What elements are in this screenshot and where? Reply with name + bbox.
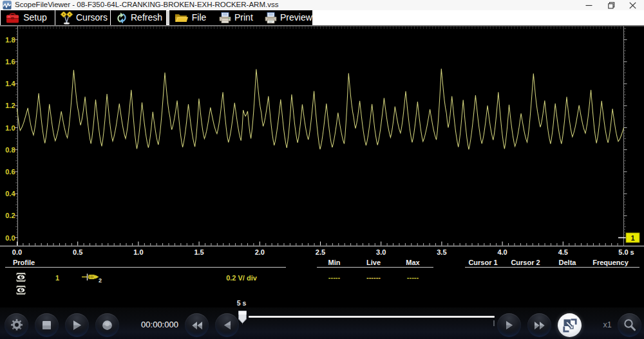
playback-bar: 00:00:000 5 s	[0, 307, 644, 339]
minimize-icon	[585, 2, 592, 9]
restore-icon	[608, 2, 615, 9]
close-icon	[629, 2, 636, 9]
y-axes-ticks	[15, 26, 627, 246]
channel-scale: 0.2 V/ div	[213, 274, 270, 282]
y-axis-label: 1.4	[5, 80, 15, 87]
y-axis-label: 1.6	[5, 58, 15, 66]
file-label: File	[189, 12, 214, 23]
channel1-visibility-toggle[interactable]	[15, 272, 26, 282]
file-button[interactable]: File	[169, 10, 214, 25]
channel-number: 1	[55, 274, 59, 282]
y-axis-label: 0.4	[5, 190, 15, 197]
skip-start-icon	[191, 321, 203, 330]
skip-end-icon	[534, 321, 545, 330]
toolbox-icon	[5, 12, 20, 24]
title-bar: ScopeFileViewer - 08-F350-64L-CRANKING-B…	[0, 0, 644, 10]
profile-header: Profile	[13, 259, 35, 266]
fit-to-screen-icon	[562, 317, 578, 334]
zoom-button[interactable]	[618, 313, 641, 337]
cursors-label: Cursors	[73, 12, 115, 23]
channel-badge-label: 1	[630, 234, 634, 242]
stats-header-max: Max	[387, 259, 439, 266]
y-axis-label: 1.2	[5, 102, 15, 109]
y-axis-label: 1.8	[5, 36, 15, 44]
skip-end-button[interactable]	[527, 313, 551, 337]
top-ruler	[0, 26, 644, 30]
y-axis-label: 0.2	[5, 212, 15, 219]
waveform-trace	[17, 69, 624, 150]
stop-button[interactable]	[35, 313, 59, 337]
step-forward-icon	[505, 320, 514, 330]
record-icon	[102, 320, 113, 331]
channel-max-value: -----	[387, 273, 439, 281]
x-axis-label: 2.0	[255, 248, 265, 256]
play-button[interactable]	[65, 313, 89, 337]
restore-button[interactable]	[602, 0, 620, 10]
window-title: ScopeFileViewer - 08-F350-64L-CRANKING-B…	[15, 1, 278, 8]
x-axis-label: 0.5	[73, 248, 82, 256]
skip-start-button[interactable]	[185, 313, 209, 337]
print-preview-icon	[264, 12, 278, 24]
cursor-header-3: Frequency	[582, 259, 639, 266]
play-icon	[71, 320, 82, 331]
eye-icon	[15, 272, 26, 282]
x-axis-label: 4.0	[497, 248, 507, 256]
refresh-label: Refresh	[128, 12, 169, 23]
timeline-slider-thumb[interactable]	[238, 311, 247, 324]
printer-icon	[218, 12, 232, 24]
probe-icon: 2	[81, 272, 103, 284]
print-label: Print	[232, 12, 260, 23]
record-button[interactable]	[95, 313, 119, 337]
x-axis-label: 3.0	[376, 248, 386, 256]
settings-button[interactable]	[5, 313, 28, 337]
y-axis-label: 0.8	[5, 146, 15, 154]
y-axis-label: 0.0	[5, 234, 15, 242]
slider-time-label: 5 s	[222, 299, 261, 307]
bottom-ruler	[0, 242, 644, 246]
x-axis-label: 5.0 s	[618, 248, 634, 256]
waveform-plot: 0.00.51.01.52.02.53.03.54.04.55.0 s0.00.…	[0, 26, 644, 256]
stats-underline	[317, 267, 433, 268]
folder-icon	[174, 12, 189, 24]
time-display: 00:00:000	[132, 320, 187, 329]
print-button[interactable]: Print	[214, 10, 260, 25]
toolbar: Setup Cursors Refresh File	[0, 10, 644, 26]
gear-icon	[9, 318, 24, 333]
slider-end-tick	[493, 320, 495, 326]
preview-button[interactable]: Preview	[260, 10, 312, 25]
step-back-icon	[223, 320, 232, 330]
refresh-button[interactable]: Refresh	[111, 10, 166, 25]
fit-to-screen-button[interactable]	[558, 313, 582, 337]
profile-underline	[5, 267, 286, 268]
magnifier-icon	[623, 318, 637, 333]
cursor-underline	[465, 267, 639, 268]
x-axis-label: 4.5	[558, 248, 568, 256]
waveform-chart: 0.00.51.01.52.02.53.03.54.04.55.0 s0.00.…	[0, 26, 644, 256]
channel2-visibility-toggle[interactable]	[15, 285, 26, 295]
y-axis-label: 0.6	[5, 168, 15, 176]
close-button[interactable]	[623, 0, 641, 10]
y-axis-label: 1.0	[5, 124, 15, 132]
minimize-button[interactable]	[580, 0, 598, 10]
eye-icon	[15, 285, 26, 295]
timeline-slider-track[interactable]	[249, 316, 495, 318]
x-axis-label: 2.5	[316, 248, 325, 256]
cursors-button[interactable]: Cursors	[55, 10, 110, 25]
cursors-icon	[60, 12, 73, 24]
step-forward-button[interactable]	[497, 313, 521, 337]
setup-label: Setup	[20, 12, 55, 23]
x-axis-label: 1.5	[194, 248, 204, 256]
app-icon	[3, 1, 12, 10]
measurement-panel: ProfileMinLiveMaxCursor 1Cursor 2DeltaFr…	[0, 256, 644, 307]
x-axis-label: 1.0	[133, 248, 143, 256]
step-back-button[interactable]	[215, 313, 239, 337]
x-axis-label: 0.0	[12, 248, 22, 256]
svg-text:2: 2	[99, 277, 102, 284]
zoom-level: x1	[596, 320, 619, 329]
x-axis-label: 3.5	[437, 248, 446, 256]
setup-button[interactable]: Setup	[1, 10, 55, 25]
preview-label: Preview	[278, 12, 319, 23]
refresh-icon	[115, 12, 128, 24]
stop-icon	[42, 320, 52, 330]
